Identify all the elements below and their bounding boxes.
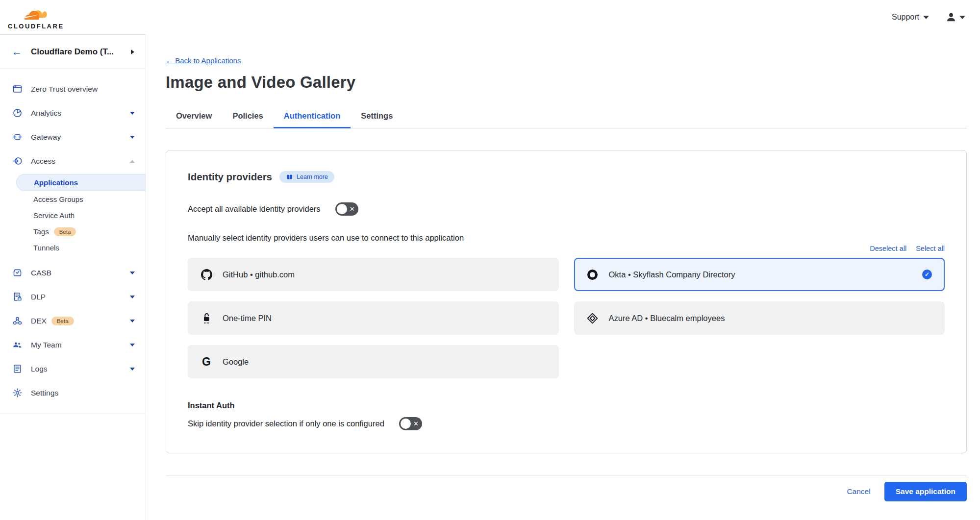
deselect-all-link[interactable]: Deselect all <box>870 245 906 252</box>
instant-auth-toggle[interactable]: ✕ <box>399 417 422 430</box>
instant-auth-heading: Instant Auth <box>188 401 945 410</box>
provider-grid: GitHub • github.com Okta • Skyflash Comp… <box>188 258 945 378</box>
accept-all-label: Accept all available identity providers <box>188 204 321 214</box>
account-name: Cloudflare Demo (T... <box>31 47 128 57</box>
back-to-applications-link[interactable]: ← Back to Applications <box>166 56 241 65</box>
document-lock-icon <box>12 292 23 302</box>
save-application-button[interactable]: Save application <box>884 482 967 501</box>
sidebar-item-tunnels[interactable]: Tunnels <box>0 240 146 256</box>
toggle-knob <box>401 419 411 429</box>
provider-tile-okta[interactable]: Okta • Skyflash Company Directory ✓ <box>574 258 945 291</box>
sidebar-item-label: CASB <box>31 269 130 277</box>
chevron-down-icon <box>130 320 135 325</box>
sidebar-item-access[interactable]: Access <box>0 149 146 173</box>
back-arrow-icon[interactable]: ← <box>12 46 22 58</box>
skip-selection-label: Skip identity provider selection if only… <box>188 419 384 428</box>
sidebar: ← Cloudflare Demo (T... Zero Trust overv… <box>0 34 146 520</box>
provider-label: GitHub • github.com <box>223 270 295 279</box>
sidebar-item-label: Settings <box>31 389 135 397</box>
sidebar-item-label: Applications <box>34 178 78 187</box>
sidebar-item-dlp[interactable]: DLP <box>0 285 146 309</box>
sidebar-nav: Zero Trust overview Analytics Gateway <box>0 69 146 414</box>
tab-settings[interactable]: Settings <box>351 106 403 128</box>
logs-icon <box>12 364 23 374</box>
cloudflare-cloud-icon <box>18 5 54 23</box>
toggle-x-icon: ✕ <box>350 206 355 212</box>
sidebar-item-applications[interactable]: Applications <box>16 174 146 191</box>
sidebar-item-label: DEX <box>31 317 47 325</box>
provider-label: Google <box>223 357 249 367</box>
main-content: ← Back to Applications Image and Video G… <box>146 34 980 520</box>
sidebar-item-service-auth[interactable]: Service Auth <box>0 207 146 223</box>
provider-tile-azure-ad[interactable]: Azure AD • Bluecalm employees <box>574 301 945 335</box>
chevron-down-icon <box>130 136 135 141</box>
chevron-down-icon <box>130 112 135 117</box>
sidebar-item-tags[interactable]: Tags Beta <box>0 223 146 240</box>
chevron-up-icon <box>130 157 135 163</box>
casb-icon <box>12 268 23 278</box>
card-title: Identity providers <box>188 171 272 183</box>
sidebar-item-gateway[interactable]: Gateway <box>0 125 146 149</box>
support-label: Support <box>892 13 919 22</box>
support-menu[interactable]: Support <box>892 13 929 22</box>
gear-icon <box>12 388 23 398</box>
chevron-down-icon <box>130 272 135 277</box>
identity-providers-card: Identity providers Learn more Accept all… <box>166 150 967 453</box>
beta-badge: Beta <box>54 227 76 236</box>
sidebar-item-zero-trust-overview[interactable]: Zero Trust overview <box>0 77 146 101</box>
tab-policies[interactable]: Policies <box>222 106 273 128</box>
provider-label: Okta • Skyflash Company Directory <box>609 270 735 279</box>
access-icon <box>12 156 23 167</box>
azure-ad-icon <box>587 313 599 324</box>
learn-more-label: Learn more <box>297 173 328 180</box>
sidebar-item-dex[interactable]: DEX Beta <box>0 309 146 333</box>
tab-bar: Overview Policies Authentication Setting… <box>166 106 967 128</box>
chevron-down-icon <box>130 296 135 301</box>
sidebar-item-casb[interactable]: CASB <box>0 261 146 285</box>
chevron-down-icon <box>130 344 135 349</box>
learn-more-badge[interactable]: Learn more <box>279 171 334 183</box>
chevron-down-icon <box>923 16 929 22</box>
toggle-knob <box>337 204 347 214</box>
chevron-down-icon <box>959 16 965 22</box>
sidebar-item-label: Zero Trust overview <box>31 85 135 94</box>
team-icon <box>12 340 23 350</box>
tab-authentication[interactable]: Authentication <box>274 106 351 128</box>
one-time-pin-icon <box>201 312 212 324</box>
sidebar-item-label: Access <box>31 157 130 166</box>
window-icon <box>12 84 23 95</box>
sidebar-item-label: Tunnels <box>33 244 59 252</box>
sidebar-item-label: Gateway <box>31 133 130 142</box>
sidebar-item-label: DLP <box>31 293 130 301</box>
select-all-link[interactable]: Select all <box>916 245 945 252</box>
tab-overview[interactable]: Overview <box>166 106 222 128</box>
github-icon <box>201 269 212 280</box>
manual-select-label: Manually select identity providers users… <box>188 233 945 243</box>
page-footer: Cancel Save application <box>166 475 967 501</box>
sidebar-item-access-groups[interactable]: Access Groups <box>0 191 146 207</box>
provider-tile-github[interactable]: GitHub • github.com <box>188 258 559 291</box>
provider-tile-google[interactable]: G Google <box>188 345 559 378</box>
page-title: Image and Video Gallery <box>166 73 967 92</box>
sidebar-item-label: Analytics <box>31 109 130 118</box>
sidebar-item-analytics[interactable]: Analytics <box>0 101 146 125</box>
book-icon <box>286 174 293 180</box>
provider-label: One-time PIN <box>223 314 272 323</box>
sidebar-item-settings[interactable]: Settings <box>0 381 146 405</box>
cancel-button[interactable]: Cancel <box>847 487 870 496</box>
sidebar-item-label: Logs <box>31 365 130 373</box>
sidebar-item-label: My Team <box>31 341 130 349</box>
accept-all-toggle[interactable]: ✕ <box>335 202 358 216</box>
chevron-right-icon <box>131 50 137 54</box>
provider-tile-one-time-pin[interactable]: One-time PIN <box>188 301 559 335</box>
account-switcher[interactable]: ← Cloudflare Demo (T... <box>0 35 146 69</box>
sidebar-item-logs[interactable]: Logs <box>0 357 146 381</box>
user-menu[interactable] <box>946 12 965 22</box>
gateway-icon <box>12 132 23 143</box>
sidebar-item-label: Access Groups <box>33 195 83 203</box>
sidebar-item-my-team[interactable]: My Team <box>0 333 146 357</box>
google-icon: G <box>201 355 212 369</box>
toggle-x-icon: ✕ <box>413 421 419 427</box>
chevron-down-icon <box>130 368 135 373</box>
sidebar-item-label: Tags <box>33 227 49 236</box>
